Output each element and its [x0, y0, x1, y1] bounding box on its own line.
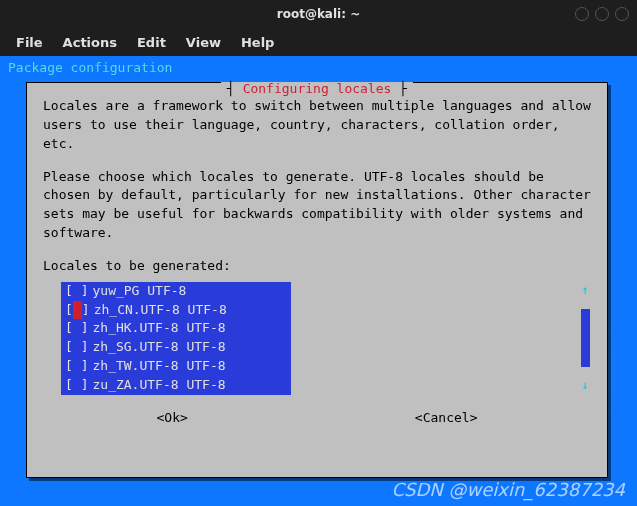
menu-help[interactable]: Help: [241, 35, 274, 50]
locale-item-label: yuw_PG UTF-8: [92, 282, 186, 301]
maximize-button[interactable]: [595, 7, 609, 21]
menu-file[interactable]: File: [16, 35, 43, 50]
window-titlebar: root@kali: ~: [0, 0, 637, 28]
locale-item-label: zh_CN.UTF-8 UTF-8: [94, 301, 227, 320]
scroll-down-icon[interactable]: ↓: [581, 377, 588, 394]
locale-item[interactable]: [ ]zu_ZA.UTF-8 UTF-8: [65, 376, 287, 395]
csdn-watermark: CSDN @weixin_62387234: [391, 479, 625, 500]
menu-bar: File Actions Edit View Help: [0, 28, 637, 56]
terminal-area: Package configuration Configuring locale…: [0, 56, 637, 506]
menu-edit[interactable]: Edit: [137, 35, 166, 50]
dialog-paragraph-1: Locales are a framework to switch betwee…: [43, 97, 591, 154]
locale-list[interactable]: [ ]yuw_PG UTF-8[ ]zh_CN.UTF-8 UTF-8[ ]zh…: [61, 282, 291, 395]
cancel-button[interactable]: <Cancel>: [415, 409, 478, 428]
locale-item-label: zh_SG.UTF-8 UTF-8: [92, 338, 225, 357]
locale-item[interactable]: [ ]zh_TW.UTF-8 UTF-8: [65, 357, 287, 376]
menu-view[interactable]: View: [186, 35, 221, 50]
locale-item-label: zu_ZA.UTF-8 UTF-8: [92, 376, 225, 395]
scroll-up-icon[interactable]: ↑: [581, 282, 588, 299]
package-config-label: Package configuration: [0, 56, 637, 75]
locale-item-label: zh_HK.UTF-8 UTF-8: [92, 319, 225, 338]
locales-dialog: Configuring locales Locales are a framew…: [26, 82, 608, 478]
dialog-title: Configuring locales: [221, 82, 413, 95]
window-buttons: [575, 7, 629, 21]
locale-item[interactable]: [ ]zh_CN.UTF-8 UTF-8: [65, 301, 287, 320]
ok-button[interactable]: <Ok>: [157, 409, 188, 428]
locale-item[interactable]: [ ]zh_HK.UTF-8 UTF-8: [65, 319, 287, 338]
locale-item[interactable]: [ ]zh_SG.UTF-8 UTF-8: [65, 338, 287, 357]
scroll-track[interactable]: [581, 309, 590, 367]
window-title: root@kali: ~: [277, 7, 360, 21]
locales-prompt: Locales to be generated:: [43, 257, 591, 276]
menu-actions[interactable]: Actions: [63, 35, 117, 50]
minimize-button[interactable]: [575, 7, 589, 21]
locale-item[interactable]: [ ]yuw_PG UTF-8: [65, 282, 287, 301]
dialog-paragraph-2: Please choose which locales to generate.…: [43, 168, 591, 243]
list-scrollbar[interactable]: ↑ ↓: [579, 282, 591, 395]
locale-item-label: zh_TW.UTF-8 UTF-8: [92, 357, 225, 376]
close-button[interactable]: [615, 7, 629, 21]
